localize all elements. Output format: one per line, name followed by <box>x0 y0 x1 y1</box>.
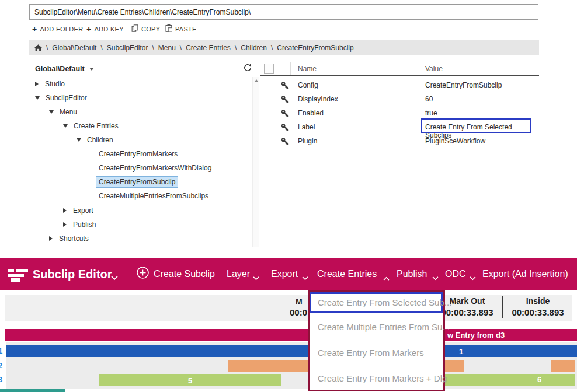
tree-item-shortcuts[interactable]: Shortcuts <box>29 232 272 246</box>
chevron-down-icon[interactable] <box>77 138 81 142</box>
timeline-segment-blue[interactable]: 1 <box>6 345 577 357</box>
tree-item-createentryfrommarkers[interactable]: CreateEntryFromMarkers <box>29 147 322 161</box>
app-title: Subclip Editor <box>33 258 112 290</box>
breadcrumb: \ Global\Default \ SubclipEditor \ Menu … <box>29 40 539 55</box>
value-cell[interactable]: PluginSceWorkflow <box>425 137 485 145</box>
table-row[interactable]: DisplayIndex 60 <box>260 92 539 106</box>
app-toolbar: Subclip Editor Create Subclip Layer Expo… <box>0 258 577 290</box>
plus-icon: + <box>86 25 91 33</box>
tree-item-createentryfromsubclip-selected[interactable]: CreateEntryFromSubclip <box>29 175 322 189</box>
create-entries-dropdown: Create Entry From Selected Sub... Create… <box>308 290 445 391</box>
chevron-down-icon[interactable] <box>63 124 68 128</box>
timeline-segment-orange[interactable] <box>551 360 575 372</box>
breadcrumb-segment[interactable]: CreateEntryFromSubclip <box>277 44 353 52</box>
tree-item-menu[interactable]: Menu <box>29 105 272 119</box>
tree-item-publish[interactable]: Publish <box>29 218 286 232</box>
tree-header-divider <box>29 76 259 76</box>
key-icon <box>281 95 289 106</box>
column-header-value[interactable]: Value <box>425 65 443 73</box>
table-row[interactable]: Plugin PluginSceWorkflow <box>260 134 539 148</box>
paste-button[interactable]: PASTE <box>165 24 197 34</box>
menu-export[interactable]: Export <box>271 258 298 290</box>
key-icon <box>281 109 289 120</box>
menu-export-ad-insertion[interactable]: Export (Ad Insertion) <box>482 258 568 290</box>
key-icon <box>281 81 289 92</box>
menu-publish[interactable]: Publish <box>397 258 427 290</box>
timeline-title-text: w Entry from d3 <box>447 331 505 340</box>
tree-item-export[interactable]: Export <box>29 204 286 218</box>
timeline-segment-green[interactable]: 5 <box>99 374 281 386</box>
app-logo-icon <box>8 268 30 284</box>
chevron-down-icon <box>470 272 476 283</box>
value-cell[interactable]: true <box>425 109 437 117</box>
plus-icon: + <box>32 25 37 33</box>
timeline-title-bar: w Entry from d3 <box>5 329 577 341</box>
tree-root-selector[interactable]: Global\Default <box>35 63 94 75</box>
dropdown-item[interactable]: Create Multiple Entries From Su... <box>318 322 450 332</box>
chevron-right-icon[interactable] <box>49 236 53 241</box>
menu-create-entries[interactable]: Create Entries <box>317 258 377 290</box>
dropdown-item[interactable]: Create Entry From Markers <box>318 348 424 358</box>
table-row[interactable]: Config CreateEntryFromSubclip <box>260 78 539 92</box>
chevron-down-icon[interactable] <box>35 96 40 100</box>
chevron-right-icon[interactable] <box>35 82 39 86</box>
value-cell[interactable]: 60 <box>425 95 433 103</box>
chevron-down-icon <box>89 68 94 71</box>
chevron-down-icon[interactable] <box>111 272 118 283</box>
mark-in-value-partial: 00:0 <box>290 307 307 317</box>
chevron-right-icon[interactable] <box>63 208 67 213</box>
breadcrumb-segment[interactable]: Children <box>241 44 267 52</box>
mark-in-label-partial: M <box>296 297 303 306</box>
menu-layer[interactable]: Layer <box>227 258 250 290</box>
inside-section: Inside 00:00:33.893 <box>500 296 576 317</box>
tree-item-createmultipleentriesfromsubclips[interactable]: CreateMultipleEntriesFromSubclips <box>29 189 322 203</box>
add-folder-button[interactable]: + ADD FOLDER <box>32 24 83 34</box>
key-icon <box>281 123 289 134</box>
panel-left-border <box>22 0 22 255</box>
tree-item-subclipeditor[interactable]: SubclipEditor <box>29 91 258 105</box>
paste-icon <box>165 24 172 33</box>
track-number-2: 2 <box>0 361 6 370</box>
tree-item-create-entries[interactable]: Create Entries <box>29 119 286 133</box>
chevron-down-icon <box>432 272 439 283</box>
menu-create-subclip[interactable]: Create Subclip <box>154 258 215 290</box>
column-separator <box>413 62 413 75</box>
home-icon[interactable] <box>34 44 42 51</box>
column-separator <box>290 62 291 75</box>
key-icon <box>281 137 289 148</box>
label-value-highlight-box <box>421 118 531 133</box>
breadcrumb-segment[interactable]: Menu <box>158 44 176 52</box>
tree-item-createentryfrommarkerswithdialog[interactable]: CreateEntryFromMarkersWithDialog <box>29 161 322 175</box>
select-all-checkbox[interactable] <box>264 64 274 74</box>
table-header-divider <box>260 75 539 76</box>
breadcrumb-segment[interactable]: Global\Default <box>52 44 96 52</box>
tree-item-children[interactable]: Children <box>29 133 300 147</box>
track-number-3: 3 <box>0 375 6 384</box>
dropdown-item[interactable]: Create Entry From Markers + Dlg <box>318 373 447 383</box>
breadcrumb-segment[interactable]: SubclipEditor <box>107 44 148 52</box>
dropdown-item[interactable]: Create Entry From Selected Sub... <box>318 298 451 307</box>
menu-odc[interactable]: ODC <box>445 258 466 290</box>
chevron-down-icon <box>253 272 259 283</box>
chevron-right-icon[interactable] <box>63 222 67 227</box>
chevron-down-icon <box>302 272 308 283</box>
path-input[interactable] <box>29 4 538 20</box>
value-cell[interactable]: CreateEntryFromSubclip <box>425 81 502 89</box>
timeline-segment-teal[interactable] <box>0 388 65 392</box>
add-key-button[interactable]: + ADD KEY <box>86 24 124 34</box>
tree-item-studio[interactable]: Studio <box>29 77 258 91</box>
chevron-down-icon[interactable] <box>49 110 54 114</box>
dropdown-item-highlight-box[interactable]: Create Entry From Selected Sub... <box>310 292 443 313</box>
refresh-button[interactable] <box>244 64 252 74</box>
copy-icon <box>131 24 138 33</box>
column-header-name[interactable]: Name <box>298 65 317 73</box>
breadcrumb-segment[interactable]: Create Entries <box>186 44 231 52</box>
plus-circle-icon[interactable] <box>136 266 150 282</box>
copy-button[interactable]: COPY <box>131 24 160 34</box>
chevron-up-icon <box>383 272 390 283</box>
screen: + ADD FOLDER + ADD KEY COPY PASTE \ Glob… <box>0 0 577 392</box>
